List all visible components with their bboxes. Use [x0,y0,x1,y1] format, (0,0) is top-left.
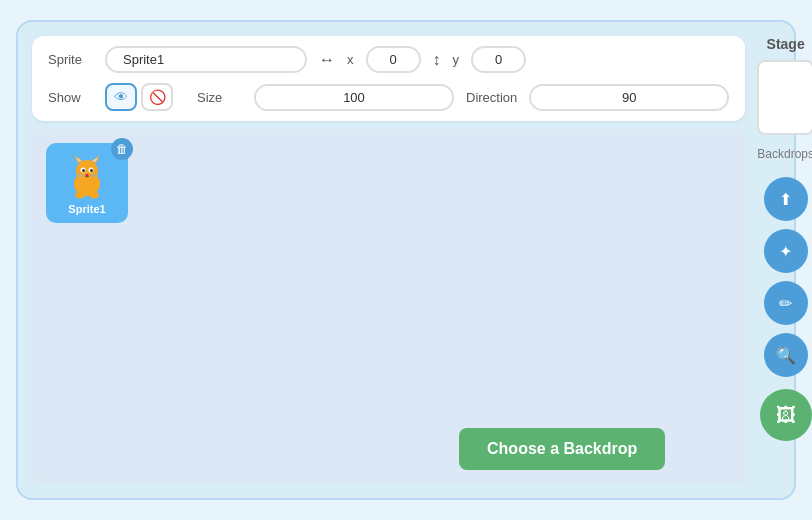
sprite-area: 🗑 [32,129,745,484]
sprite-delete-button[interactable]: 🗑 [111,138,133,160]
eye-open-icon: 👁 [114,89,128,105]
sprite-label: Sprite [48,52,93,67]
sprite-cat-image [62,151,112,201]
direction-input[interactable] [529,84,729,111]
add-backdrop-icon: 🖼 [776,404,796,427]
paint-backdrop-button[interactable]: ✏ [764,281,808,325]
surprise-icon: ✦ [779,242,792,261]
main-container: Sprite ↔ x ↕ y Show 👁 🚫 [16,20,796,500]
y-label: y [453,52,460,67]
y-input[interactable] [471,46,526,73]
show-toggle-group: 👁 🚫 [105,83,173,111]
eye-closed-icon: 🚫 [149,89,166,105]
sprite-name-input[interactable] [105,46,307,73]
upload-icon: ⬆ [779,190,792,209]
sprite-card[interactable]: 🗑 [46,143,128,223]
svg-point-8 [82,169,85,172]
direction-label: Direction [466,90,517,105]
backdrops-label: Backdrops [757,147,812,161]
svg-point-16 [89,192,99,199]
add-backdrop-button[interactable]: 🖼 [760,389,812,441]
stage-label: Stage [757,36,812,52]
size-label: Size [197,90,242,105]
trash-icon: 🗑 [116,142,128,156]
search-backdrop-button[interactable]: 🔍 [764,333,808,377]
choose-backdrop-button[interactable]: Choose a Backdrop [459,428,665,470]
show-label: Show [48,90,93,105]
svg-point-10 [86,174,89,176]
controls-row-2: Show 👁 🚫 Size Direction [48,83,729,111]
show-visible-button[interactable]: 👁 [105,83,137,111]
y-arrow-icon: ↕ [433,51,441,69]
x-arrow-icon: ↔ [319,51,335,69]
search-icon: 🔍 [776,346,796,365]
size-input[interactable] [254,84,454,111]
svg-point-1 [76,160,98,182]
svg-point-15 [75,192,85,199]
controls-row-1: Sprite ↔ x ↕ y [48,46,729,73]
upload-backdrop-button[interactable]: ⬆ [764,177,808,221]
svg-point-9 [90,169,93,172]
x-input[interactable] [366,46,421,73]
stage-preview [757,60,812,135]
controls-bar: Sprite ↔ x ↕ y Show 👁 🚫 [32,36,745,121]
show-hidden-button[interactable]: 🚫 [141,83,173,111]
sprite-card-label: Sprite1 [68,203,105,215]
paint-icon: ✏ [779,294,792,313]
x-label: x [347,52,354,67]
stage-panel: Stage Backdrops ⬆ ✦ ✏ 🔍 🖼 [757,36,812,484]
surprise-backdrop-button[interactable]: ✦ [764,229,808,273]
main-panel: Sprite ↔ x ↕ y Show 👁 🚫 [32,36,745,484]
